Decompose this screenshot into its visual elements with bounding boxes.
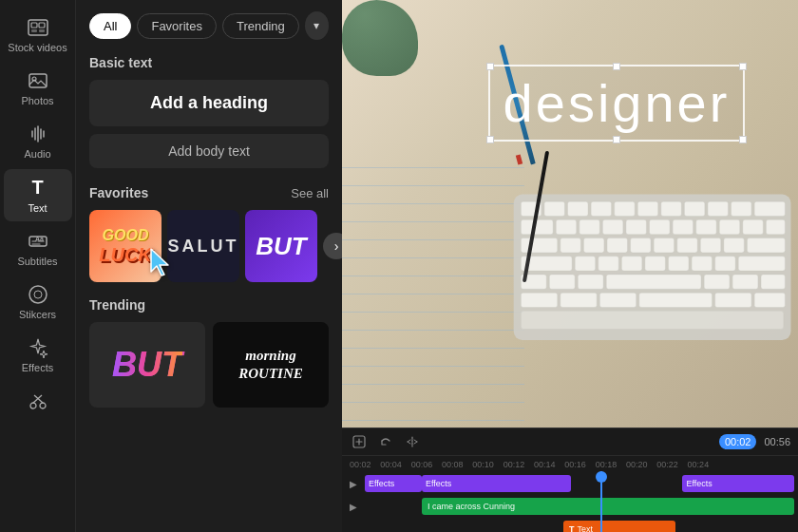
canvas-background: designer [342,0,798,428]
add-body-button[interactable]: Add body text [89,134,329,168]
track-footage-icon-area: ▶ [346,499,422,514]
timeline-expand-icon[interactable] [350,432,369,451]
sticker-goodluck[interactable]: GOOD LUCK [89,210,162,282]
svg-rect-63 [560,293,597,307]
effects-segment-1: Effects [422,475,571,492]
handle-tm [613,63,620,70]
svg-rect-23 [731,201,751,216]
trending-title: Trending [89,297,145,313]
effects-segment-2: Effects [682,475,794,492]
svg-point-10 [34,291,42,298]
favorites-title: Favorites [89,185,148,200]
ruler-mark: 00:20 [626,460,656,469]
svg-rect-37 [560,238,581,253]
ruler-mark: 00:08 [442,460,472,469]
filter-favorites[interactable]: Favorites [137,13,216,39]
track-toggle[interactable]: ▶ [346,476,361,491]
svg-point-12 [40,403,46,408]
sidebar-label-stock-videos: Stock videos [8,42,66,53]
sticker-but1[interactable]: BUT [245,210,317,282]
ruler-mark: 00:14 [534,460,564,469]
track-row-footage: ▶ I came across Cunning [346,496,794,517]
sidebar-item-stock-videos[interactable]: Stock videos [4,10,72,61]
trending-header: Trending [89,297,329,313]
sidebar-item-more[interactable] [4,383,72,419]
svg-rect-53 [714,256,735,271]
filter-dropdown[interactable]: ▾ [305,11,329,40]
sidebar-label-audio: Audio [24,148,50,160]
svg-rect-5 [29,74,47,87]
svg-rect-21 [684,201,705,216]
svg-rect-52 [692,256,712,271]
playhead[interactable] [600,471,602,532]
sidebar-item-photos[interactable]: Photos [4,63,72,114]
effects-track-container: Effects [365,475,422,492]
svg-rect-3 [31,29,37,32]
svg-rect-59 [704,275,730,289]
main-area: designer [342,0,798,532]
trending-morning[interactable]: morningROUTINE [213,322,329,408]
keyboard-svg [506,128,798,407]
svg-rect-20 [661,201,682,216]
svg-rect-28 [602,219,623,234]
svg-rect-45 [747,238,785,253]
stickers-icon [28,284,48,305]
add-heading-button[interactable]: Add a heading [89,80,329,126]
sidebar-label-text: Text [28,202,47,214]
text-panel: All Favorites Trending ▾ Basic text Add … [76,0,342,532]
svg-rect-64 [599,293,636,307]
timeline-undo-icon[interactable] [376,432,395,451]
favorites-row: GOOD LUCK SALUT BUT › [89,210,329,282]
ruler-mark: 00:06 [411,460,442,469]
timeline-tracks-container: 00:02 00:04 00:06 00:08 00:10 00:12 00:1… [342,456,798,532]
handle-bl [486,136,494,143]
sidebar-item-text[interactable]: T Text [4,169,72,221]
salut-content: SALUT [167,210,239,282]
svg-rect-26 [556,219,577,234]
sidebar-item-subtitles[interactable]: Aa Subtitles [4,223,72,275]
filter-trending[interactable]: Trending [222,13,299,39]
ruler-mark: 00:16 [564,460,595,469]
sidebar-item-audio[interactable]: Audio [4,116,72,167]
track-row-text: TText [346,519,794,532]
sidebar-item-stickers[interactable]: Stikcers [4,276,72,328]
ruler-mark: 00:04 [380,460,410,469]
svg-rect-60 [732,275,758,289]
effects-icon [28,337,48,358]
svg-rect-62 [521,293,557,307]
sidebar-label-subtitles: Subtitles [17,256,57,267]
svg-rect-2 [39,23,45,28]
svg-rect-25 [521,219,553,234]
svg-rect-58 [606,275,701,289]
svg-rect-22 [708,201,729,216]
canvas-text-container[interactable]: designer [488,65,746,142]
scroll-right-arrow[interactable]: › [323,233,342,259]
timeline-split-icon[interactable] [403,432,422,451]
ruler-mark: 00:22 [656,460,687,469]
audio-icon [28,124,48,144]
svg-rect-18 [614,201,635,216]
notebook-lines [342,150,524,428]
filter-all[interactable]: All [89,13,131,39]
timeline-header: 00:02 00:56 [342,428,798,456]
svg-rect-44 [724,238,745,253]
canvas[interactable]: designer [342,0,798,428]
handle-tr [739,63,747,70]
effects-track-area: Effects Effects [422,475,794,492]
svg-point-9 [29,286,47,303]
sidebar-label-effects: Effects [22,362,53,373]
sidebar-item-effects[interactable]: Effects [4,330,72,381]
trending-but[interactable]: BUT [89,322,205,408]
see-all-link[interactable]: See all [291,186,329,200]
handle-bm [613,136,620,143]
svg-rect-31 [673,219,694,234]
svg-rect-51 [668,256,689,271]
text-segment: TText [563,521,675,532]
sticker-salut[interactable]: SALUT [167,210,239,282]
photos-icon [28,70,48,91]
handle-br [739,136,747,143]
svg-rect-38 [583,238,604,253]
track-footage-toggle[interactable]: ▶ [346,499,361,514]
selection-container: designer [488,65,746,142]
selection-box: designer [488,65,746,142]
